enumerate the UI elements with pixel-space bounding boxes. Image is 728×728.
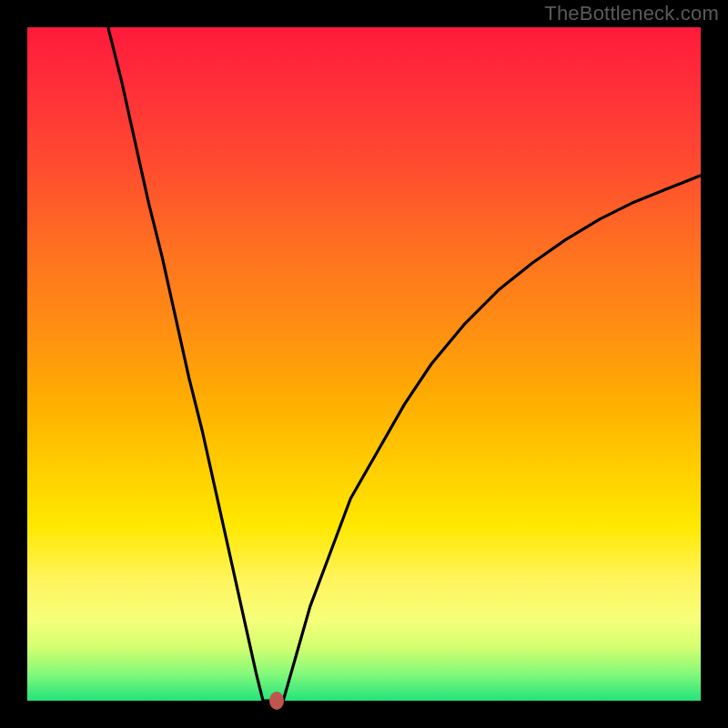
gradient-background (27, 27, 701, 701)
minimum-marker (269, 692, 284, 710)
watermark-text: TheBottleneck.com (544, 2, 719, 25)
chart-frame: TheBottleneck.com (0, 0, 728, 728)
